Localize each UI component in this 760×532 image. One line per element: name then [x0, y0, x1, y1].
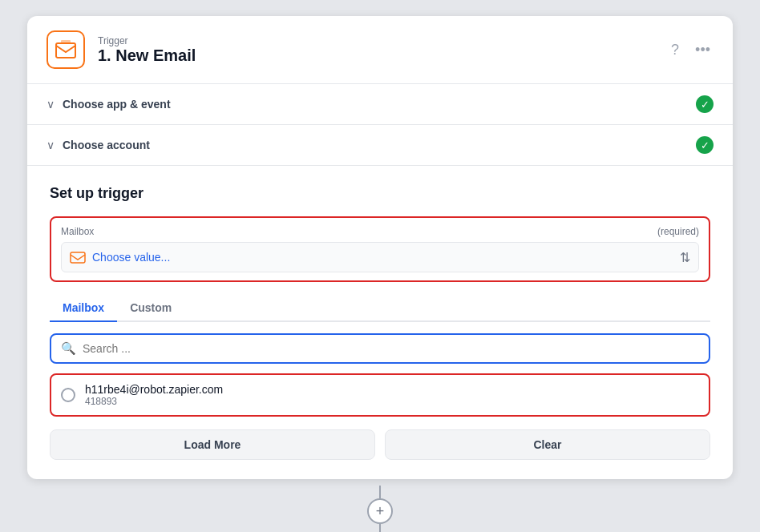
header-text: Trigger 1. New Email — [98, 35, 668, 65]
checkmark-icon-2: ✓ — [701, 139, 709, 151]
field-header: Mailbox (required) — [61, 226, 699, 237]
add-step-button[interactable]: + — [367, 498, 393, 524]
chevron-app-event-icon: ∨ — [46, 98, 55, 111]
app-event-check: ✓ — [696, 95, 714, 113]
search-icon: 🔍 — [61, 341, 76, 356]
email-option[interactable]: h11rbe4i@robot.zapier.com 418893 — [50, 373, 710, 417]
svg-rect-1 — [61, 40, 71, 43]
checkmark-icon: ✓ — [701, 99, 709, 111]
tabs-row: Mailbox Custom — [50, 295, 710, 322]
email-trigger-icon — [55, 38, 77, 61]
header-actions: ? ••• — [668, 38, 714, 62]
spinner-icon: ⇅ — [680, 250, 690, 265]
mailbox-icon-small — [70, 249, 86, 265]
clear-button[interactable]: Clear — [385, 429, 710, 460]
mailbox-field-container: Mailbox (required) Choose value... ⇅ — [50, 216, 710, 282]
setup-section: Set up trigger Mailbox (required) Choose… — [27, 166, 733, 479]
accordion-account[interactable]: ∨ Choose account ✓ — [27, 125, 733, 166]
bottom-buttons: Load More Clear — [50, 429, 710, 460]
mailbox-select[interactable]: Choose value... ⇅ — [61, 242, 699, 272]
more-button[interactable]: ••• — [692, 38, 714, 62]
setup-title: Set up trigger — [50, 185, 710, 202]
search-input[interactable] — [83, 342, 699, 355]
choose-value-text: Choose value... — [92, 251, 170, 264]
field-required: (required) — [657, 226, 699, 237]
load-more-button[interactable]: Load More — [50, 429, 375, 460]
plus-connector: + — [367, 486, 393, 532]
card-header: Trigger 1. New Email ? ••• — [27, 16, 733, 84]
email-option-text: h11rbe4i@robot.zapier.com 418893 — [85, 383, 223, 407]
email-address: h11rbe4i@robot.zapier.com — [85, 383, 223, 396]
chevron-account-icon: ∨ — [46, 139, 55, 151]
accordion-app-event[interactable]: ∨ Choose app & event ✓ — [27, 84, 733, 125]
radio-circle — [61, 388, 75, 402]
more-icon: ••• — [695, 42, 710, 58]
connector-line-top — [379, 486, 381, 498]
email-id: 418893 — [85, 396, 223, 407]
help-button[interactable]: ? — [668, 38, 682, 62]
account-check: ✓ — [696, 136, 714, 154]
accordion-app-event-label: Choose app & event — [63, 98, 696, 111]
tab-custom[interactable]: Custom — [117, 295, 184, 322]
plus-icon: + — [376, 503, 385, 520]
svg-rect-0 — [56, 43, 75, 58]
accordion-account-label: Choose account — [63, 139, 696, 151]
connector-line-bottom — [379, 524, 381, 532]
field-label: Mailbox — [61, 226, 94, 237]
header-title: 1. New Email — [98, 46, 668, 65]
help-icon: ? — [671, 42, 679, 58]
field-select-left: Choose value... — [70, 249, 170, 265]
search-box: 🔍 — [50, 333, 710, 364]
tab-mailbox[interactable]: Mailbox — [50, 295, 117, 322]
trigger-icon-wrap — [46, 30, 85, 69]
svg-rect-2 — [71, 252, 85, 263]
header-label: Trigger — [98, 35, 668, 46]
trigger-card: Trigger 1. New Email ? ••• ∨ Choose app … — [27, 16, 733, 479]
